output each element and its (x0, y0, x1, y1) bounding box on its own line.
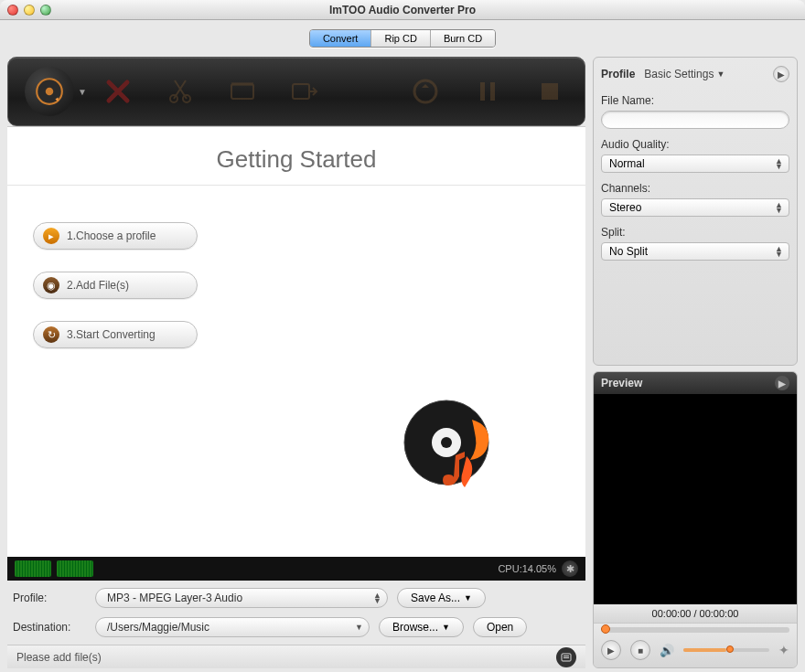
profile-settings-panel: Profile Basic Settings ▼ ▶ File Name: Au… (593, 57, 798, 366)
channels-label: Channels: (601, 182, 789, 195)
preview-timecode: 00:00:00 / 00:00:00 (594, 604, 797, 623)
snapshot-button[interactable]: ✦ (778, 643, 789, 657)
tab-rip-cd[interactable]: Rip CD (371, 30, 430, 47)
stop-button[interactable] (531, 73, 568, 110)
svg-rect-4 (231, 84, 253, 99)
file-name-input[interactable] (601, 111, 789, 129)
profile-label: Profile: (13, 592, 86, 604)
preview-viewport (594, 394, 797, 604)
svg-rect-10 (542, 83, 558, 100)
destination-value: /Users/Maggie/Music (107, 621, 209, 634)
updown-icon: ▲▼ (775, 158, 783, 169)
svg-rect-8 (480, 82, 485, 101)
file-name-label: File Name: (601, 94, 789, 107)
mode-tabbar: Convert Rip CD Burn CD (0, 20, 805, 57)
chevron-down-icon: ▼ (78, 87, 87, 97)
close-window-button[interactable] (7, 5, 18, 16)
stop-preview-button[interactable]: ■ (630, 640, 650, 660)
seek-slider[interactable] (601, 627, 789, 633)
tab-burn-cd[interactable]: Burn CD (431, 30, 495, 47)
step-choose-profile[interactable]: ▸ 1.Choose a profile (33, 222, 198, 250)
step-add-files[interactable]: ◉ 2.Add File(s) (33, 272, 198, 299)
svg-rect-5 (231, 82, 253, 86)
cpu-wave-icon (15, 560, 51, 577)
volume-icon: 🔊 (660, 644, 674, 657)
preview-title: Preview (601, 377, 642, 389)
window-title: ImTOO Audio Converter Pro (0, 4, 805, 16)
split-select[interactable]: No Split ▲▼ (601, 242, 789, 261)
status-bar: Please add file(s) (7, 645, 585, 668)
svg-rect-9 (490, 82, 495, 101)
clip-button[interactable] (224, 73, 261, 110)
preview-panel: Preview ▶ 00:00:00 / 00:00:00 ▶ ■ 🔊 ✦ (593, 371, 798, 668)
basic-settings-dropdown[interactable]: Basic Settings ▼ (644, 68, 724, 80)
svg-point-1 (46, 88, 54, 96)
chevron-down-icon: ▼ (464, 593, 472, 603)
add-files-step-icon: ◉ (43, 277, 59, 293)
convert-step-icon: ↻ (43, 326, 59, 343)
disc-artwork (401, 392, 501, 496)
step-start-converting[interactable]: ↻ 3.Start Converting (33, 321, 198, 348)
merge-button[interactable] (286, 73, 323, 110)
status-action-button[interactable] (556, 647, 576, 667)
main-toolbar: ▼ (7, 57, 585, 126)
step-label: 1.Choose a profile (67, 229, 156, 242)
updown-icon: ▲▼ (373, 592, 381, 603)
status-message: Please add file(s) (16, 651, 102, 664)
cut-button[interactable] (162, 73, 199, 110)
cpu-wave-icon (57, 560, 93, 577)
destination-select[interactable]: /Users/Maggie/Music ▼ (95, 617, 370, 637)
svg-rect-16 (564, 656, 569, 656)
updown-icon: ▲▼ (775, 202, 783, 213)
audio-quality-select[interactable]: Normal ▲▼ (601, 155, 789, 173)
cpu-bar: CPU:14.05% ✱ (7, 557, 585, 581)
profile-step-icon: ▸ (43, 228, 59, 244)
step-label: 2.Add File(s) (67, 279, 129, 292)
output-settings-panel: Profile: MP3 - MPEG Layer-3 Audio ▲▼ Sav… (7, 581, 585, 645)
open-button[interactable]: Open (473, 617, 527, 637)
remove-button[interactable] (100, 73, 136, 110)
cpu-usage-label: CPU:14.05% (498, 563, 556, 574)
profile-select[interactable]: MP3 - MPEG Layer-3 Audio ▲▼ (95, 588, 388, 608)
channels-select[interactable]: Stereo ▲▼ (601, 198, 789, 217)
content-area: Getting Started ▸ 1.Choose a profile ◉ 2… (7, 126, 585, 557)
destination-label: Destination: (13, 621, 86, 634)
preview-expand-button[interactable]: ▶ (775, 376, 789, 390)
svg-rect-17 (564, 657, 569, 658)
zoom-window-button[interactable] (40, 5, 51, 16)
pause-button[interactable] (469, 73, 506, 110)
volume-slider[interactable] (683, 648, 769, 652)
add-source-button[interactable]: ▼ (25, 67, 74, 116)
svg-rect-6 (293, 84, 309, 99)
tab-convert[interactable]: Convert (310, 30, 372, 47)
minimize-window-button[interactable] (24, 5, 35, 16)
divider (7, 185, 585, 186)
save-as-button[interactable]: Save As... ▼ (397, 588, 486, 608)
convert-button[interactable] (407, 73, 444, 110)
titlebar: ImTOO Audio Converter Pro (0, 0, 805, 20)
chevron-down-icon: ▼ (355, 624, 363, 630)
svg-point-7 (414, 80, 436, 102)
browse-button[interactable]: Browse... ▼ (379, 617, 464, 637)
chevron-down-icon: ▼ (442, 623, 450, 632)
profile-panel-tab[interactable]: Profile (601, 68, 635, 80)
svg-point-14 (441, 437, 452, 448)
updown-icon: ▲▼ (775, 246, 783, 257)
panel-expand-button[interactable]: ▶ (773, 66, 789, 82)
audio-quality-label: Audio Quality: (601, 138, 789, 151)
profile-value: MP3 - MPEG Layer-3 Audio (107, 592, 242, 604)
chevron-down-icon: ▼ (716, 69, 724, 79)
cpu-settings-button[interactable]: ✱ (562, 560, 578, 577)
step-label: 3.Start Converting (67, 328, 156, 341)
getting-started-title: Getting Started (7, 145, 585, 174)
split-label: Split: (601, 226, 789, 239)
play-button[interactable]: ▶ (601, 640, 621, 660)
